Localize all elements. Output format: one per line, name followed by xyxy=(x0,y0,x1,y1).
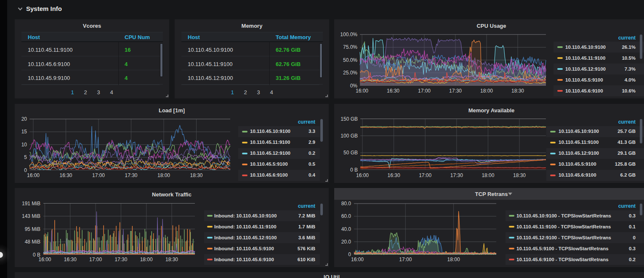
svg-text:18:00: 18:00 xyxy=(157,172,170,178)
svg-text:50.0%: 50.0% xyxy=(343,57,357,63)
svg-text:5: 5 xyxy=(24,154,27,160)
svg-text:18:30: 18:30 xyxy=(165,257,178,262)
svg-text:16:00: 16:00 xyxy=(351,257,364,262)
svg-text:25.0%: 25.0% xyxy=(343,70,357,76)
svg-text:18:00: 18:00 xyxy=(447,257,460,262)
svg-text:100.0%: 100.0% xyxy=(340,32,357,37)
svg-text:20: 20 xyxy=(21,116,27,122)
svg-text:16:00: 16:00 xyxy=(27,172,40,178)
svg-text:100 GB: 100 GB xyxy=(341,133,358,139)
svg-text:16:30: 16:30 xyxy=(387,88,399,94)
svg-text:95 MiB: 95 MiB xyxy=(25,226,40,232)
svg-text:0 B: 0 B xyxy=(350,167,358,173)
svg-text:40.0: 40.0 xyxy=(341,226,351,232)
svg-text:17:30: 17:30 xyxy=(114,257,127,262)
svg-text:15: 15 xyxy=(21,129,27,135)
svg-text:16:00: 16:00 xyxy=(38,257,51,262)
svg-text:17:00: 17:00 xyxy=(418,88,431,94)
svg-text:17:00: 17:00 xyxy=(419,172,431,178)
svg-text:17:30: 17:30 xyxy=(125,172,137,178)
svg-text:18:00: 18:00 xyxy=(140,257,153,262)
svg-text:17:30: 17:30 xyxy=(449,88,462,94)
svg-text:20.0: 20.0 xyxy=(341,239,351,245)
svg-text:16:00: 16:00 xyxy=(356,88,368,94)
svg-text:17:30: 17:30 xyxy=(450,172,463,178)
svg-text:16:30: 16:30 xyxy=(64,257,77,262)
svg-text:191 MiB: 191 MiB xyxy=(22,201,40,207)
svg-text:50 GB: 50 GB xyxy=(343,150,358,156)
svg-text:18:30: 18:30 xyxy=(511,88,524,94)
svg-text:18:30: 18:30 xyxy=(190,172,202,178)
svg-text:10: 10 xyxy=(21,142,27,148)
svg-text:16:00: 16:00 xyxy=(356,172,369,178)
svg-text:60.0: 60.0 xyxy=(341,213,351,219)
svg-text:75.0%: 75.0% xyxy=(343,44,357,50)
svg-text:17:00: 17:00 xyxy=(92,172,105,178)
svg-text:17:00: 17:00 xyxy=(399,257,412,262)
svg-text:80.0: 80.0 xyxy=(341,201,351,207)
svg-text:16:30: 16:30 xyxy=(59,172,72,178)
svg-text:16:30: 16:30 xyxy=(388,172,400,178)
svg-text:17:00: 17:00 xyxy=(89,257,102,262)
svg-text:18:00: 18:00 xyxy=(480,88,493,94)
svg-text:18:30: 18:30 xyxy=(513,172,526,178)
svg-text:150 GB: 150 GB xyxy=(341,116,358,122)
svg-text:48 MiB: 48 MiB xyxy=(25,239,40,245)
svg-text:18:00: 18:00 xyxy=(482,172,494,178)
svg-text:143 MiB: 143 MiB xyxy=(22,213,40,219)
